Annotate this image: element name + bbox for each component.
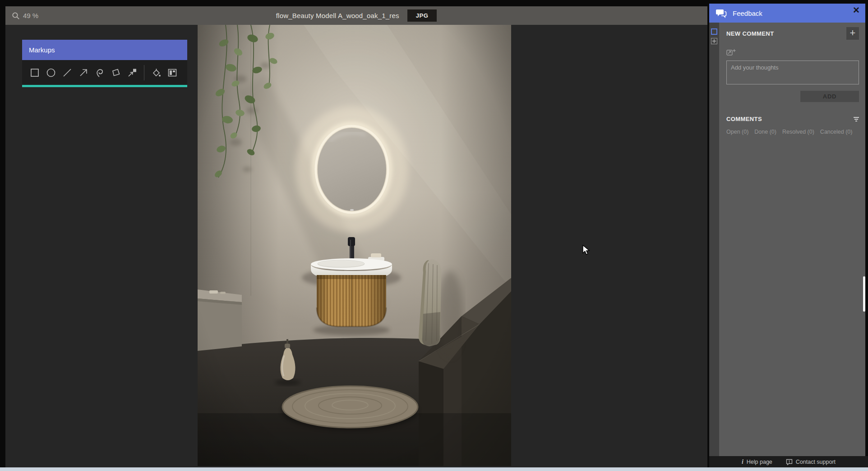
- markups-active-underline: [22, 85, 187, 87]
- panel-scrollbar-thumb[interactable]: [863, 276, 865, 312]
- rectangle-tool-icon[interactable]: [29, 67, 40, 78]
- feedback-panel-title: Feedback: [733, 9, 853, 17]
- contact-support-link[interactable]: Contact support: [786, 459, 836, 465]
- add-comment-plus-button[interactable]: +: [846, 27, 859, 40]
- filter-canceled[interactable]: Canceled (0): [820, 129, 853, 135]
- compare-tool-icon[interactable]: [167, 67, 178, 78]
- bottom-window-edge: [0, 467, 868, 471]
- line-tool-icon[interactable]: [62, 67, 73, 78]
- toolbar-divider: [144, 65, 144, 80]
- pin-tool-icon[interactable]: [127, 67, 138, 78]
- markups-toolbar: [22, 60, 187, 85]
- feedback-side-strip: [709, 23, 719, 456]
- feedback-footer: i Help page Contact support: [709, 456, 868, 467]
- attach-markup-icon[interactable]: [726, 49, 736, 56]
- filter-comments-icon[interactable]: [854, 117, 859, 121]
- fill-color-tool-icon[interactable]: [151, 67, 162, 78]
- close-icon[interactable]: ✕: [853, 6, 860, 14]
- comments-section: COMMENTS Open (0) Done (0) Resolved (0) …: [726, 116, 859, 135]
- freehand-tool-icon[interactable]: [94, 67, 105, 78]
- document-title: flow_Beauty Modell A_wood_oak_1_res: [276, 12, 399, 19]
- ellipse-tool-icon[interactable]: [46, 67, 56, 78]
- arrow-tool-icon[interactable]: [78, 67, 89, 78]
- new-comment-heading: NEW COMMENT: [726, 30, 846, 37]
- review-canvas[interactable]: Markups: [5, 25, 707, 467]
- info-icon: i: [742, 458, 743, 466]
- markup-select-icon[interactable]: [711, 28, 717, 35]
- attach-markup-row: [726, 49, 859, 55]
- support-bubble-icon: [786, 459, 793, 465]
- feedback-panel-header: Feedback ✕: [709, 4, 865, 23]
- comments-heading: COMMENTS: [726, 116, 854, 122]
- comment-input[interactable]: [726, 61, 859, 84]
- filter-open[interactable]: Open (0): [726, 129, 748, 135]
- feedback-panel: Feedback ✕ NEW COMMENT + ADD: [709, 4, 865, 467]
- help-page-label: Help page: [747, 459, 772, 465]
- markups-panel: Markups: [22, 40, 187, 87]
- feedback-content: NEW COMMENT + ADD COMMENTS: [719, 23, 865, 456]
- document-title-group: flow_Beauty Modell A_wood_oak_1_res JPG: [5, 6, 707, 25]
- file-format-badge: JPG: [407, 9, 437, 22]
- help-page-link[interactable]: i Help page: [742, 458, 772, 466]
- add-button-row: ADD: [726, 91, 859, 102]
- add-markup-icon[interactable]: [711, 38, 717, 44]
- document-image[interactable]: [198, 25, 511, 466]
- filter-resolved[interactable]: Resolved (0): [782, 129, 814, 135]
- top-toolbar: 49 % flow_Beauty Modell A_wood_oak_1_res…: [5, 6, 707, 25]
- add-comment-button[interactable]: ADD: [800, 91, 859, 102]
- feedback-chat-icon: [716, 8, 727, 18]
- contact-support-label: Contact support: [796, 459, 836, 465]
- markups-title: Markups: [29, 46, 55, 54]
- feedback-panel-body: NEW COMMENT + ADD COMMENTS: [709, 23, 865, 456]
- filter-done[interactable]: Done (0): [754, 129, 776, 135]
- comment-status-filters: Open (0) Done (0) Resolved (0) Canceled …: [726, 129, 859, 135]
- polygon-tool-icon[interactable]: [111, 67, 121, 78]
- markups-panel-header[interactable]: Markups: [22, 40, 187, 60]
- mouse-cursor: [582, 245, 592, 256]
